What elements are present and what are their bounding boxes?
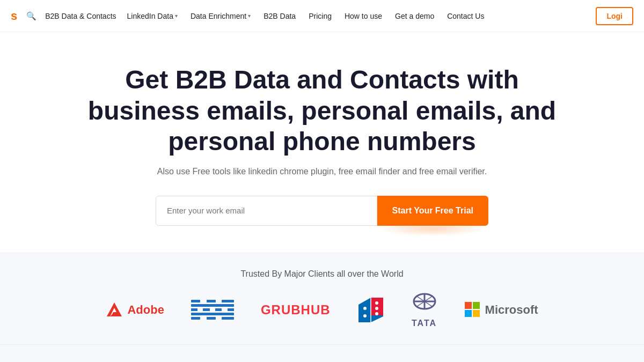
chevron-down-icon: ▾ bbox=[175, 13, 178, 19]
navbar: s 🔍 B2B Data & Contacts LinkedIn Data ▾ … bbox=[0, 0, 644, 32]
logo-dominos bbox=[357, 297, 384, 323]
hero-heading: Get B2B Data and Contacts with business … bbox=[80, 64, 564, 157]
svg-rect-18 bbox=[465, 310, 472, 317]
nav-item-contact[interactable]: Contact Us bbox=[442, 9, 489, 24]
login-button[interactable]: Logi bbox=[596, 7, 633, 25]
logos-row: Adobe bbox=[21, 292, 623, 328]
adobe-label: Adobe bbox=[127, 303, 164, 317]
svg-point-6 bbox=[363, 314, 367, 317]
nav-item-b2bdata[interactable]: B2B Data bbox=[258, 9, 301, 24]
nav-item-how-to-use[interactable]: How to use bbox=[339, 9, 387, 24]
logo-ibm bbox=[191, 300, 234, 320]
nav-item-b2b-contacts[interactable]: B2B Data & Contacts bbox=[40, 9, 121, 24]
tata-icon bbox=[411, 292, 438, 313]
nav-item-get-demo[interactable]: Get a demo bbox=[390, 9, 440, 24]
logo-grubhub: GRUBHUB bbox=[261, 302, 331, 317]
svg-point-5 bbox=[363, 307, 367, 310]
search-icon: 🔍 bbox=[26, 11, 36, 21]
tata-label: TATA bbox=[412, 319, 437, 328]
grubhub-label: GRUBHUB bbox=[261, 302, 331, 317]
trusted-title: Trusted By Major Clients all over the Wo… bbox=[21, 269, 623, 279]
brand-logo[interactable]: s bbox=[11, 9, 17, 23]
microsoft-icon bbox=[465, 302, 481, 318]
bottom-section: Get upto 60 Data points bbox=[0, 345, 644, 362]
nav-item-pricing[interactable]: Pricing bbox=[303, 9, 337, 24]
svg-point-7 bbox=[375, 301, 378, 305]
svg-rect-16 bbox=[465, 302, 472, 309]
free-trial-button[interactable]: Start Your Free Trial bbox=[377, 196, 488, 226]
dominos-icon bbox=[357, 297, 384, 323]
logo-tata: TATA bbox=[411, 292, 438, 328]
chevron-down-icon: ▾ bbox=[248, 13, 251, 19]
adobe-icon bbox=[106, 301, 123, 319]
trusted-section: Trusted By Major Clients all over the Wo… bbox=[0, 253, 644, 345]
email-input[interactable] bbox=[156, 196, 377, 226]
svg-point-8 bbox=[375, 307, 378, 310]
hero-cta-group: Start Your Free Trial bbox=[156, 196, 488, 226]
logo-microsoft: Microsoft bbox=[465, 302, 538, 318]
nav-links: LinkedIn Data ▾ Data Enrichment ▾ B2B Da… bbox=[122, 9, 596, 24]
svg-rect-17 bbox=[473, 302, 480, 309]
svg-rect-19 bbox=[473, 310, 480, 317]
hero-subtext: Also use Free tools like linkedin chrome… bbox=[21, 167, 623, 176]
logo-adobe: Adobe bbox=[106, 301, 164, 319]
nav-item-enrichment[interactable]: Data Enrichment ▾ bbox=[185, 9, 256, 24]
nav-item-linkedin[interactable]: LinkedIn Data ▾ bbox=[122, 9, 183, 24]
microsoft-label: Microsoft bbox=[485, 303, 538, 317]
svg-point-9 bbox=[375, 312, 378, 315]
hero-section: Get B2B Data and Contacts with business … bbox=[0, 32, 644, 253]
